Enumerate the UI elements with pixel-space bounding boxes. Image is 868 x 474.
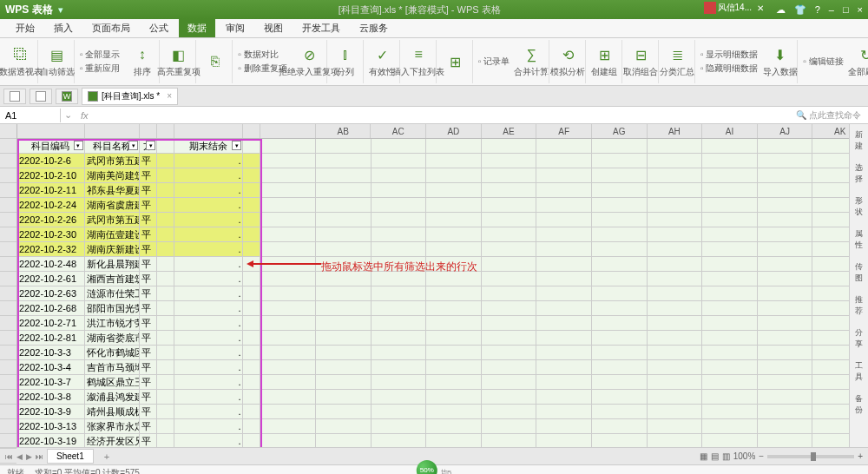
filter-header[interactable]: 方▾	[140, 139, 157, 153]
menu-tab-6[interactable]: 视图	[255, 19, 292, 37]
cell[interactable]: 平	[140, 346, 157, 359]
col-header[interactable]: AG	[592, 124, 648, 138]
cell[interactable]: 平	[140, 272, 157, 286]
cell[interactable]: .	[174, 242, 244, 256]
cell[interactable]	[157, 419, 174, 433]
ribbon-group-12[interactable]: ⊞创建组	[588, 40, 622, 83]
row-headers[interactable]: 135144	[0, 124, 17, 447]
cell[interactable]	[157, 198, 174, 212]
ribbon-group-4[interactable]: ⎘	[198, 40, 233, 83]
cell[interactable]	[157, 360, 174, 374]
cell[interactable]	[243, 183, 260, 197]
column-headers[interactable]: ABACADAEAFAGAHAIAJAK	[17, 124, 868, 139]
row-header[interactable]	[0, 168, 16, 183]
row-header[interactable]	[0, 419, 16, 434]
cell[interactable]: 2202-10-3-9	[17, 405, 85, 418]
cell[interactable]	[243, 198, 260, 212]
col-header[interactable]: AI	[702, 124, 758, 138]
filter-header[interactable]: 科目编码▾	[17, 139, 85, 153]
cell[interactable]: 平	[140, 419, 157, 433]
cell[interactable]	[243, 346, 260, 359]
cell[interactable]	[157, 405, 174, 418]
row-header[interactable]	[0, 390, 16, 405]
cell[interactable]	[243, 242, 260, 256]
cell[interactable]: 平	[140, 286, 157, 300]
filter-header[interactable]	[157, 139, 174, 153]
cell[interactable]: 2202-10-2-61	[17, 272, 85, 286]
ribbon-group-15[interactable]: ⬇导入数据	[763, 40, 798, 83]
name-box[interactable]: A1	[0, 109, 61, 122]
cell[interactable]: 2202-10-2-6	[17, 154, 85, 168]
cell[interactable]: 湖南伍壹建设	[85, 227, 141, 241]
cell[interactable]	[243, 360, 260, 374]
sidebar-item-7[interactable]: 工具	[852, 360, 866, 383]
row-header[interactable]	[0, 227, 16, 242]
cell[interactable]: 溆浦县鸿发建	[85, 390, 141, 404]
cell[interactable]	[157, 213, 174, 227]
cell[interactable]: 湘西吉首建筑	[85, 272, 141, 286]
cell[interactable]: 2202-10-2-11	[17, 183, 85, 197]
add-sheet-button[interactable]: +	[97, 450, 116, 464]
cell[interactable]: 2202-10-2-81	[17, 331, 85, 345]
menu-tab-0[interactable]: 开始	[7, 19, 43, 37]
menu-tab-8[interactable]: 云服务	[351, 19, 397, 37]
cell[interactable]: 平	[140, 183, 157, 197]
cell[interactable]: 平	[140, 331, 157, 345]
cell[interactable]: 2202-10-3-19	[17, 434, 85, 447]
cell[interactable]	[243, 419, 260, 433]
cell[interactable]: 湖南省娄底市	[85, 331, 141, 345]
cell[interactable]: 湖南美尚建筑	[85, 168, 141, 182]
cell[interactable]: .	[174, 346, 244, 359]
menu-tab-3[interactable]: 公式	[141, 19, 177, 37]
cell[interactable]	[157, 375, 174, 389]
maximize-button[interactable]: □	[843, 4, 849, 15]
ribbon-group-13[interactable]: ⊟取消组合	[624, 40, 659, 83]
sheet-nav-last[interactable]: ⏭	[36, 452, 43, 461]
fx-icon[interactable]: ⌄	[61, 109, 76, 121]
sidebar-item-8[interactable]: 备份	[852, 393, 866, 416]
view-page-icon[interactable]: ▤	[711, 451, 719, 461]
sidebar-item-4[interactable]: 传图	[852, 261, 866, 284]
cell[interactable]	[157, 331, 174, 345]
cell[interactable]	[243, 405, 260, 418]
col-header[interactable]: AB	[316, 124, 372, 138]
cell[interactable]	[157, 183, 174, 197]
row-header[interactable]	[0, 286, 16, 301]
col-header[interactable]	[174, 124, 244, 138]
filter-dropdown-icon[interactable]: ▾	[232, 141, 241, 150]
cell[interactable]: 2202-10-2-24	[17, 198, 85, 212]
cell[interactable]: 平	[140, 405, 157, 418]
cell[interactable]	[243, 227, 260, 241]
cell[interactable]: 平	[140, 257, 157, 271]
col-header[interactable]: AF	[536, 124, 592, 138]
sidebar-item-6[interactable]: 分享	[852, 327, 866, 350]
cell[interactable]	[243, 434, 260, 447]
cell[interactable]: .	[174, 286, 244, 300]
fx-label[interactable]: fx	[76, 109, 94, 122]
cell[interactable]: .	[174, 227, 244, 241]
cell[interactable]	[157, 154, 174, 168]
ribbon-group-2[interactable]: ↕排序	[125, 40, 160, 83]
ribbon-group-0[interactable]: ⿻数据透视表	[3, 40, 38, 83]
filter-dropdown-icon[interactable]: ▾	[74, 141, 83, 150]
cell[interactable]: 鹤城区鼎立王	[85, 375, 141, 389]
col-header[interactable]: AD	[426, 124, 482, 138]
cell[interactable]: 邵阳市国光劳	[85, 301, 141, 315]
ribbon-group-9[interactable]: ⊞	[438, 40, 473, 83]
row-header[interactable]	[0, 272, 16, 286]
cell[interactable]: 平	[140, 434, 157, 447]
col-header[interactable]: AE	[482, 124, 537, 138]
zoom-control[interactable]: ▦ ▤ ▥ 100% − +	[700, 451, 863, 461]
filter-dropdown-icon[interactable]: ▾	[128, 141, 138, 150]
cell[interactable]: 平	[140, 360, 157, 374]
cloud-icon[interactable]: ☁	[776, 4, 786, 16]
cell[interactable]: .	[174, 213, 244, 227]
ribbon-group-11[interactable]: ⟲模拟分析	[551, 40, 586, 83]
row-header[interactable]	[0, 183, 16, 198]
cell[interactable]	[243, 301, 260, 315]
spreadsheet-area[interactable]: 135144 ABACADAEAFAGAHAIAJAK 科目编码▾科目名称▾方▾…	[0, 124, 868, 447]
cell[interactable]: .	[174, 301, 244, 315]
cell[interactable]: 平	[140, 316, 157, 330]
cell[interactable]: .	[174, 434, 244, 447]
cell[interactable]: 新化县晨翔建	[85, 257, 141, 271]
